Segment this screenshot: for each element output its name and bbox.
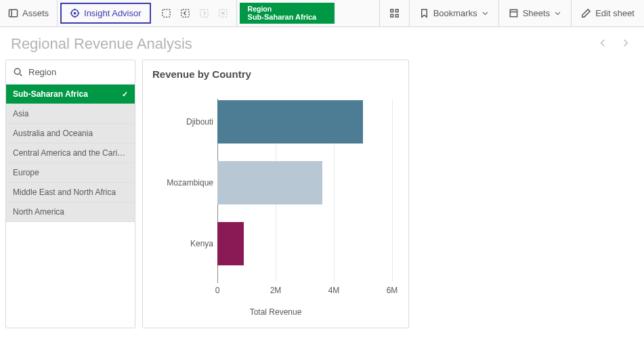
selection-tools <box>154 0 237 26</box>
toolbar-spacer <box>335 0 380 26</box>
bar-row: Djibouti <box>217 100 392 144</box>
titlebar: Regional Revenue Analysis <box>0 27 644 57</box>
chevron-down-icon <box>481 9 489 17</box>
insight-advisor-button[interactable]: Insight Advisor <box>60 3 151 24</box>
bar[interactable] <box>217 222 244 265</box>
bar-row: Kenya <box>217 222 392 265</box>
filter-item[interactable]: Europe <box>6 163 135 183</box>
svg-rect-5 <box>181 9 189 17</box>
edit-label: Edit sheet <box>595 8 635 18</box>
filter-item-label: Asia <box>13 109 28 118</box>
toolbar: Assets Insight Advisor Region Sub-Sahara… <box>0 0 644 27</box>
filter-item-label: Middle East and North Africa <box>13 188 116 197</box>
filter-item-label: Central America and the Cari… <box>13 148 125 158</box>
check-icon: ✓ <box>122 90 128 99</box>
step-forward-icon <box>198 7 211 20</box>
sheets-label: Sheets <box>523 8 550 18</box>
filter-item[interactable]: Central America and the Cari… <box>6 144 135 163</box>
bar-row: Mozambique <box>217 161 392 204</box>
bookmarks-button[interactable]: Bookmarks <box>410 0 499 26</box>
gridline <box>392 100 393 282</box>
chart-area: DjiboutiMozambiqueKenya 02M4M6M Total Re… <box>152 92 399 322</box>
filter-item[interactable]: Australia and Oceania <box>6 124 135 144</box>
svg-rect-10 <box>391 14 393 17</box>
svg-point-14 <box>14 68 20 74</box>
next-sheet-icon[interactable] <box>620 38 630 50</box>
smart-search-icon[interactable] <box>160 7 173 20</box>
panel-icon <box>8 8 18 18</box>
selection-pill-region[interactable]: Region Sub-Saharan Africa <box>240 3 335 24</box>
filter-item[interactable]: North America <box>6 202 135 222</box>
insight-label: Insight Advisor <box>84 8 142 18</box>
svg-rect-12 <box>510 9 517 16</box>
x-ticks: 02M4M6M <box>217 286 392 298</box>
svg-rect-8 <box>391 9 393 12</box>
chart-card: Revenue by Country DjiboutiMozambiqueKen… <box>142 60 409 328</box>
assets-button[interactable]: Assets <box>0 0 58 26</box>
bar[interactable] <box>217 161 322 204</box>
x-axis-label: Total Revenue <box>152 307 399 317</box>
x-tick-label: 2M <box>270 286 282 295</box>
category-label: Mozambique <box>152 178 213 188</box>
svg-rect-11 <box>395 14 398 17</box>
main-area: Region Sub-Saharan Africa✓AsiaAustralia … <box>0 57 644 331</box>
step-back-icon[interactable] <box>179 7 192 20</box>
selection-field: Region <box>248 5 326 14</box>
filter-item-label: Australia and Oceania <box>13 129 93 138</box>
filter-item-label: Europe <box>13 168 39 177</box>
filterpane-region: Region Sub-Saharan Africa✓AsiaAustralia … <box>5 60 135 328</box>
filter-list: Sub-Saharan Africa✓AsiaAustralia and Oce… <box>6 85 135 222</box>
filter-item[interactable]: Asia <box>6 104 135 124</box>
chevron-down-icon <box>554 9 561 17</box>
svg-rect-6 <box>200 9 208 17</box>
selections-tool-icon[interactable] <box>380 0 410 26</box>
bookmark-icon <box>419 8 429 18</box>
bar[interactable] <box>217 100 363 144</box>
category-label: Kenya <box>152 239 213 248</box>
svg-rect-4 <box>163 9 170 17</box>
filter-item[interactable]: Sub-Saharan Africa✓ <box>6 85 135 104</box>
x-tick-label: 6M <box>387 286 398 295</box>
bookmarks-label: Bookmarks <box>433 8 477 18</box>
search-icon <box>13 67 23 77</box>
chart-title: Revenue by Country <box>152 68 399 80</box>
assets-label: Assets <box>22 8 49 18</box>
svg-point-3 <box>74 12 75 14</box>
filter-item[interactable]: Middle East and North Africa <box>6 183 135 202</box>
pencil-icon <box>581 8 591 18</box>
svg-rect-9 <box>395 9 398 12</box>
plot-area: DjiboutiMozambiqueKenya <box>217 100 392 282</box>
insight-icon <box>70 8 80 18</box>
prev-sheet-icon[interactable] <box>598 38 608 50</box>
x-tick-label: 4M <box>328 286 340 295</box>
sheets-button[interactable]: Sheets <box>499 0 572 26</box>
filter-item-label: North America <box>13 207 64 217</box>
sheet-icon <box>509 8 519 18</box>
category-label: Djibouti <box>152 117 213 127</box>
page-title: Regional Revenue Analysis <box>11 35 192 53</box>
svg-rect-0 <box>9 9 17 16</box>
filter-item-label: Sub-Saharan Africa <box>13 89 88 99</box>
selection-value: Sub-Saharan Africa <box>248 13 326 22</box>
edit-sheet-button[interactable]: Edit sheet <box>572 0 644 26</box>
filter-search[interactable]: Region <box>6 60 135 85</box>
clear-selections-icon <box>217 7 230 20</box>
filter-field-label: Region <box>28 67 56 77</box>
svg-line-15 <box>20 74 22 76</box>
x-tick-label: 0 <box>215 286 220 295</box>
